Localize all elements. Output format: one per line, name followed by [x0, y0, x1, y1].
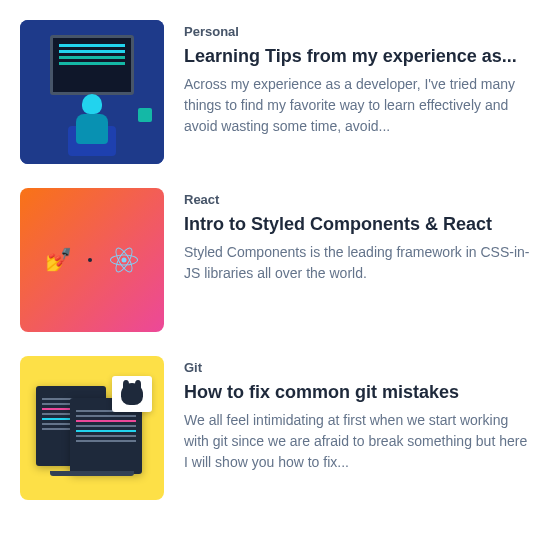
git-illustration	[20, 356, 164, 500]
article-item[interactable]: 💅 React Intro to Styled Components & Rea…	[20, 188, 534, 332]
article-item[interactable]: Git How to fix common git mistakes We al…	[20, 356, 534, 500]
article-thumbnail	[20, 356, 164, 500]
article-category: Personal	[184, 24, 534, 39]
article-thumbnail	[20, 20, 164, 164]
laptop-base-icon	[50, 471, 134, 476]
article-content: React Intro to Styled Components & React…	[184, 188, 534, 332]
article-category: Git	[184, 360, 534, 375]
article-title: Learning Tips from my experience as...	[184, 45, 534, 68]
article-thumbnail: 💅	[20, 188, 164, 332]
github-card-icon	[112, 376, 152, 412]
article-item[interactable]: Personal Learning Tips from my experienc…	[20, 20, 534, 164]
styled-components-illustration: 💅	[20, 188, 164, 332]
article-content: Git How to fix common git mistakes We al…	[184, 356, 534, 500]
article-description: Across my experience as a developer, I'v…	[184, 74, 534, 137]
separator-dot	[88, 258, 92, 262]
article-title: Intro to Styled Components & React	[184, 213, 534, 236]
developer-illustration	[20, 20, 164, 164]
article-description: Styled Components is the leading framewo…	[184, 242, 534, 284]
octocat-icon	[121, 383, 143, 405]
article-description: We all feel intimidating at first when w…	[184, 410, 534, 473]
article-category: React	[184, 192, 534, 207]
react-icon	[108, 244, 140, 276]
nail-polish-icon: 💅	[45, 247, 72, 273]
article-content: Personal Learning Tips from my experienc…	[184, 20, 534, 164]
article-list: Personal Learning Tips from my experienc…	[20, 20, 534, 500]
article-title: How to fix common git mistakes	[184, 381, 534, 404]
